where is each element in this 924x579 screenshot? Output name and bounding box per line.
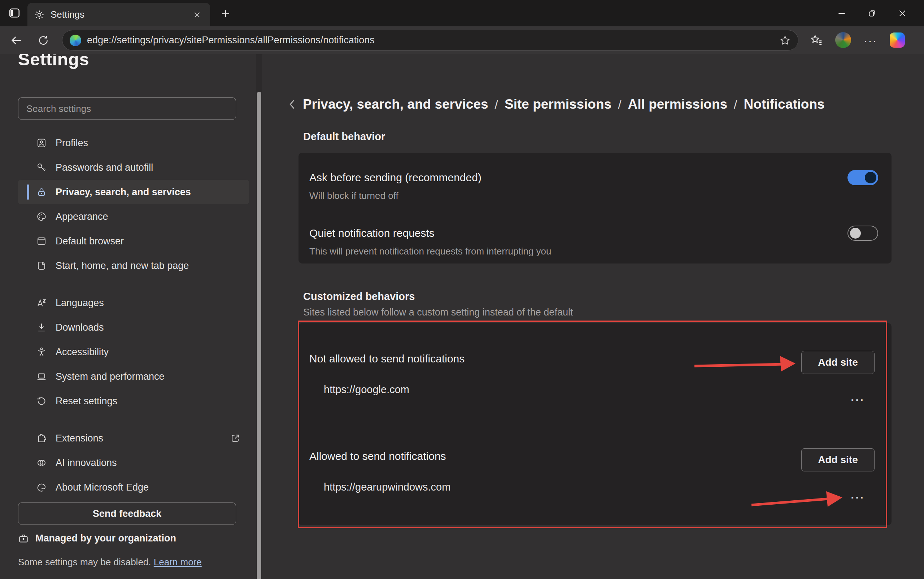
gear-icon: [34, 10, 45, 20]
minimize-button[interactable]: [827, 0, 857, 26]
sidebar-item-downloads[interactable]: Downloads: [18, 315, 249, 340]
breadcrumb: Privacy, search, and services / Site per…: [288, 97, 825, 112]
sidebar-item-label: Appearance: [56, 211, 108, 222]
breadcrumb-separator: /: [733, 98, 738, 111]
close-button[interactable]: [887, 0, 917, 26]
window-controls: [827, 0, 917, 26]
briefcase-icon: [18, 533, 29, 544]
sidebar-item-accessibility[interactable]: Accessibility: [18, 340, 249, 364]
breadcrumb-all-permissions[interactable]: All permissions: [628, 97, 728, 112]
sidebar-title: Settings: [18, 54, 89, 69]
sidebar-item-label: Accessibility: [56, 347, 109, 358]
customized-behaviors-subtitle: Sites listed below follow a custom setti…: [303, 307, 573, 318]
sidebar-item-extensions[interactable]: Extensions: [18, 426, 249, 450]
quiet-requests-subtitle: This will prevent notification requests …: [309, 246, 551, 257]
more-menu-icon[interactable]: ...: [862, 31, 879, 49]
blocked-site-more-icon[interactable]: ...: [851, 395, 865, 399]
reset-icon: [36, 396, 47, 406]
sidebar-item-label: Reset settings: [56, 396, 117, 407]
languages-icon: [36, 298, 47, 308]
sidebar-item-default-browser[interactable]: Default browser: [18, 229, 249, 254]
sidebar-item-system[interactable]: System and performance: [18, 364, 249, 389]
tab-workspaces-icon[interactable]: [6, 4, 23, 22]
favorites-icon[interactable]: [808, 31, 825, 49]
breadcrumb-notifications: Notifications: [744, 97, 825, 112]
customized-behaviors-heading: Customized behaviors: [303, 291, 415, 303]
learn-more-link[interactable]: Learn more: [154, 557, 202, 568]
sidebar-item-label: About Microsoft Edge: [56, 482, 149, 493]
sidebar-item-appearance[interactable]: Appearance: [18, 204, 249, 229]
search-settings-input[interactable]: [18, 98, 236, 120]
sidebar-item-profiles[interactable]: Profiles: [18, 131, 249, 155]
sidebar-item-ai-innovations[interactable]: AI innovations: [18, 450, 249, 475]
puzzle-icon: [36, 433, 47, 444]
managed-label: Managed by your organization: [35, 533, 176, 544]
settings-disabled-note: Some settings may be disabled. Learn mor…: [18, 557, 202, 568]
breadcrumb-site-permissions[interactable]: Site permissions: [505, 97, 612, 112]
edge-logo-icon: [70, 34, 81, 46]
sidebar-item-privacy[interactable]: Privacy, search, and services: [18, 180, 249, 204]
refresh-button[interactable]: [36, 33, 51, 47]
accessibility-icon: [36, 347, 47, 357]
sidebar-nav: Profiles Passwords and autofill Privacy: [0, 131, 257, 500]
external-link-icon[interactable]: [230, 433, 240, 443]
breadcrumb-separator: /: [494, 98, 499, 111]
address-bar[interactable]: edge://settings/privacy/sitePermissions/…: [62, 30, 798, 51]
quiet-requests-title: Quiet notification requests: [309, 227, 435, 239]
browser-window-icon: [36, 236, 47, 247]
sidebar-item-label: Languages: [56, 298, 104, 309]
quiet-requests-toggle[interactable]: [847, 226, 878, 241]
allowed-site-url: https://gearupwindows.com: [324, 481, 450, 493]
lock-icon: [36, 186, 47, 198]
sidebar-item-label: System and performance: [56, 371, 165, 382]
sidebar-item-languages[interactable]: Languages: [18, 291, 249, 315]
profiles-icon: [36, 137, 47, 148]
tab-settings[interactable]: Settings: [28, 3, 210, 26]
allowed-site-more-icon[interactable]: ...: [851, 493, 865, 496]
sidebar-item-start-home[interactable]: Start, home, and new tab page: [18, 254, 249, 278]
sidebar-item-label: Passwords and autofill: [56, 162, 153, 173]
palette-icon: [36, 211, 47, 222]
add-site-button-allow[interactable]: Add site: [801, 448, 875, 471]
scrollbar-thumb[interactable]: [257, 92, 261, 579]
favorite-star-icon[interactable]: [779, 34, 791, 46]
sidebar-item-reset[interactable]: Reset settings: [18, 389, 249, 413]
send-feedback-button[interactable]: Send feedback: [18, 502, 236, 525]
breadcrumb-back-icon[interactable]: [288, 98, 297, 110]
copilot-outline-icon: [36, 457, 47, 468]
sidebar-item-passwords[interactable]: Passwords and autofill: [18, 155, 249, 180]
selected-indicator: [27, 185, 29, 200]
sidebar-item-label: Extensions: [56, 433, 103, 444]
tab-close-icon[interactable]: [191, 8, 204, 21]
allowed-section-title: Allowed to send notifications: [309, 450, 446, 463]
settings-content: Privacy, search, and services / Site per…: [262, 54, 924, 579]
profile-avatar[interactable]: [834, 31, 852, 49]
sidebar-scrollbar: [256, 54, 262, 579]
sidebar-item-label: Privacy, search, and services: [56, 186, 191, 198]
laptop-icon: [36, 371, 47, 382]
add-site-button-block[interactable]: Add site: [801, 351, 875, 374]
copilot-icon[interactable]: [889, 31, 906, 49]
browser-toolbar: edge://settings/privacy/sitePermissions/…: [0, 26, 924, 54]
breadcrumb-separator: /: [617, 98, 622, 111]
sidebar-item-label: Start, home, and new tab page: [56, 260, 189, 272]
managed-by-organization: Managed by your organization: [18, 533, 176, 544]
sidebar-item-label: Default browser: [56, 236, 124, 247]
url-text: edge://settings/privacy/sitePermissions/…: [87, 34, 375, 46]
edge-swirl-icon: [36, 482, 47, 493]
ask-before-sending-toggle[interactable]: [847, 170, 878, 185]
ask-before-sending-title: Ask before sending (recommended): [309, 172, 481, 184]
default-behavior-card: Ask before sending (recommended) Will bl…: [299, 153, 891, 263]
edge-browser-window: Settings: [0, 0, 924, 579]
not-allowed-section-title: Not allowed to send notifications: [309, 353, 464, 365]
new-tab-button[interactable]: [218, 6, 234, 22]
customized-behaviors-card: Not allowed to send notifications Add si…: [299, 323, 891, 525]
back-button[interactable]: [9, 33, 23, 47]
breadcrumb-privacy[interactable]: Privacy, search, and services: [303, 97, 488, 112]
avatar: [835, 32, 851, 48]
tab-title: Settings: [51, 9, 191, 20]
default-behavior-heading: Default behavior: [303, 131, 385, 142]
key-icon: [36, 162, 47, 173]
restore-button[interactable]: [857, 0, 887, 26]
sidebar-item-about[interactable]: About Microsoft Edge: [18, 475, 249, 500]
